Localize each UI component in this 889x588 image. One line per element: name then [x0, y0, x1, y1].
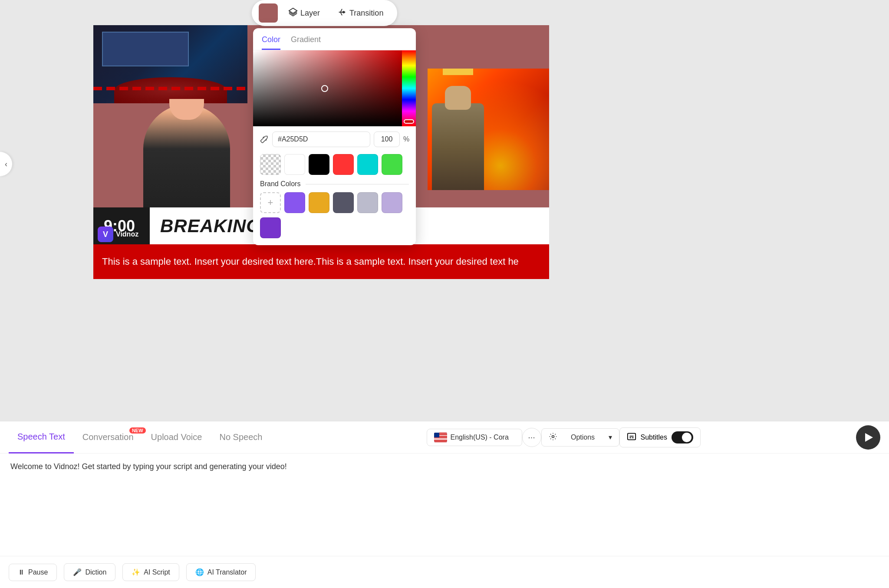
brand-colors-header: Brand Colors	[260, 180, 409, 188]
dots-icon: ···	[528, 432, 535, 442]
helmet	[443, 69, 473, 75]
swatch-white[interactable]	[284, 154, 305, 175]
chevron-down-icon: ▾	[609, 433, 612, 441]
tab-no-speech[interactable]: No Speech	[211, 421, 271, 453]
tab-gradient[interactable]: Gradient	[291, 35, 321, 50]
more-options-button[interactable]: ···	[522, 428, 541, 447]
vidnoz-icon: V	[98, 227, 113, 242]
options-label: Options	[571, 434, 595, 441]
subtitles-label: Subtitles	[641, 434, 667, 441]
brand-swatch-light[interactable]	[357, 192, 378, 213]
swatch-black[interactable]	[309, 154, 329, 175]
play-icon	[865, 433, 873, 442]
diction-icon: 🎤	[73, 568, 82, 576]
anchor-head	[169, 99, 204, 120]
pause-icon: ⏸	[18, 568, 25, 576]
brand-swatch-purple[interactable]	[284, 192, 305, 213]
svg-point-2	[552, 435, 554, 437]
hex-input[interactable]	[272, 131, 370, 147]
us-flag-icon	[434, 433, 447, 442]
fire-image	[428, 69, 549, 190]
top-toolbar: Layer Transition	[252, 0, 397, 26]
ai-script-icon: ✨	[132, 568, 140, 576]
layer-button[interactable]: Layer	[281, 4, 327, 23]
opacity-input[interactable]	[374, 131, 400, 147]
vidnoz-text: Vidnoz	[116, 230, 138, 238]
brand-colors-section: Brand Colors +	[253, 180, 416, 238]
firefighter-shape	[432, 103, 484, 190]
firefighter-head	[445, 86, 471, 110]
left-arrow-button[interactable]: ‹	[0, 152, 12, 176]
brand-swatches: +	[260, 192, 409, 213]
color-code-row: %	[253, 126, 416, 152]
studio-background	[93, 25, 247, 103]
brand-colors-divider	[306, 184, 409, 184]
tab-conversation[interactable]: Conversation NEW	[74, 421, 142, 453]
bottom-actions: ⏸ Pause 🎤 Diction ✨ AI Script 🌐 AI Trans…	[0, 556, 889, 588]
transition-label: Transition	[349, 9, 383, 18]
options-icon	[549, 432, 557, 443]
tab-color[interactable]: Color	[262, 35, 280, 50]
tab-upload-voice[interactable]: Upload Voice	[142, 421, 211, 453]
hue-handle[interactable]	[404, 119, 414, 124]
language-label: English(US) - Cora	[451, 434, 509, 441]
gradient-canvas[interactable]	[253, 50, 402, 126]
color-picker-popup: Color Gradient % Brand Colors	[253, 28, 416, 245]
script-area: Welcome to Vidnoz! Get started by typing…	[0, 453, 889, 480]
subtitles-icon	[627, 432, 636, 443]
brand-swatch-yellow[interactable]	[309, 192, 329, 213]
color-gradient-area[interactable]	[253, 50, 416, 126]
brand-colors-title: Brand Colors	[260, 180, 300, 188]
transition-icon	[337, 7, 347, 19]
extra-swatches	[260, 217, 409, 238]
play-button[interactable]	[856, 425, 880, 450]
ai-script-button[interactable]: ✨ AI Script	[122, 563, 179, 581]
subtitles-toggle[interactable]	[672, 431, 693, 443]
diction-button[interactable]: 🎤 Diction	[64, 563, 115, 581]
ai-translator-icon: 🌐	[195, 568, 204, 576]
brand-swatch-dark[interactable]	[333, 192, 354, 213]
tab-speech-text[interactable]: Speech Text	[9, 421, 74, 453]
bottom-panel: Speech Text Conversation NEW Upload Voic…	[0, 421, 889, 588]
studio-screens	[102, 32, 189, 66]
script-text[interactable]: Welcome to Vidnoz! Get started by typing…	[10, 460, 879, 473]
options-button[interactable]: Options ▾	[541, 428, 619, 447]
transition-button[interactable]: Transition	[330, 4, 390, 23]
brand-swatch-lavender[interactable]	[382, 192, 402, 213]
subtitles-control: Subtitles	[619, 427, 701, 447]
tabs-row: Speech Text Conversation NEW Upload Voic…	[0, 421, 889, 453]
pause-button[interactable]: ⏸ Pause	[9, 564, 57, 581]
swatch-cyan[interactable]	[357, 154, 378, 175]
percent-label: %	[403, 135, 409, 143]
toggle-knob	[682, 433, 691, 442]
picker-tabs: Color Gradient	[253, 28, 416, 50]
swatch-red[interactable]	[333, 154, 354, 175]
flag-canton	[434, 433, 439, 437]
hue-slider[interactable]	[402, 50, 416, 126]
breaking-text: BREAKING	[160, 216, 261, 237]
layer-icon	[288, 7, 298, 19]
language-selector[interactable]: English(US) - Cora	[427, 429, 522, 446]
preset-colors-row	[253, 152, 416, 180]
gradient-cursor	[321, 85, 328, 92]
studio-stripes	[93, 87, 247, 90]
layer-label: Layer	[300, 9, 320, 18]
ticker: This is a sample text. Insert your desir…	[93, 244, 549, 279]
eyedropper-button[interactable]	[260, 131, 269, 147]
active-color-swatch[interactable]	[259, 3, 278, 23]
ai-translator-button[interactable]: 🌐 AI Translator	[186, 563, 256, 581]
ticker-text: This is a sample text. Insert your desir…	[102, 255, 519, 269]
vidnoz-logo: V Vidnoz	[98, 227, 138, 242]
brand-swatch-violet[interactable]	[260, 217, 281, 238]
brand-add-button[interactable]: +	[260, 192, 281, 213]
swatch-green[interactable]	[382, 154, 402, 175]
swatch-transparent[interactable]	[260, 154, 281, 175]
